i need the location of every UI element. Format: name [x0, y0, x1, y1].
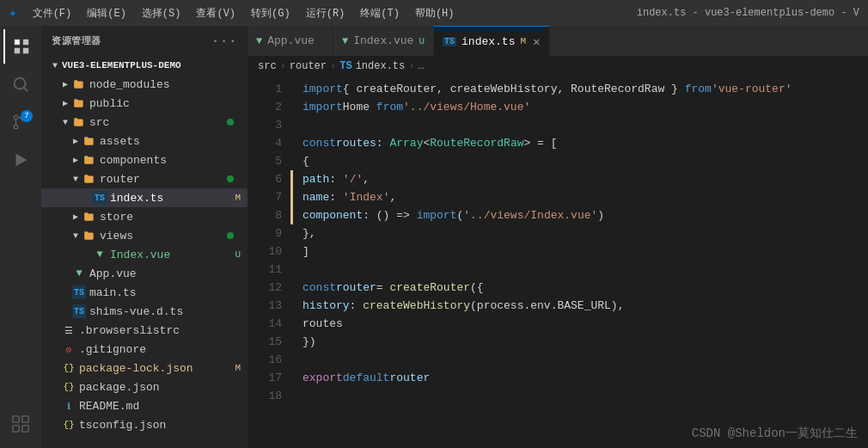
sidebar-item-public[interactable]: ▶ public: [41, 94, 248, 113]
tree-label-public: public: [89, 97, 241, 110]
sidebar-item-components[interactable]: ▶ components: [41, 150, 248, 169]
tab-bar: ▼App.vue▼Index.vueUTSindex.tsM✕: [248, 26, 868, 56]
folder-icon-public: [72, 96, 86, 110]
badge-Index.vue: U: [235, 249, 241, 260]
code-line-18: [303, 387, 868, 405]
line-number-2: 2: [248, 98, 282, 116]
tab-index-vue[interactable]: ▼Index.vueU: [333, 26, 434, 56]
sidebar-item-src[interactable]: ▼ src: [41, 113, 248, 132]
sidebar: 资源管理器 ··· ▼VUE3-ELEMENTPLUS-DEMO▶ node_m…: [41, 26, 248, 448]
menu-item-f[interactable]: 文件(F): [26, 4, 79, 22]
ts-icon-shims-vue.d.ts: TS: [72, 304, 86, 318]
menu-item-r[interactable]: 运行(R): [299, 4, 352, 22]
tab-type-icon-index-ts: TS: [443, 37, 456, 46]
sidebar-item-.browserslistrc[interactable]: ☰.browserslistrc: [41, 321, 248, 340]
sidebar-item-node_modules[interactable]: ▶ node_modules: [41, 75, 248, 94]
code-line-9: },: [303, 224, 868, 242]
extensions-activity-icon[interactable]: [3, 407, 38, 441]
sidebar-menu-icon[interactable]: ···: [211, 34, 237, 49]
tree-arrow-router: ▼: [69, 172, 83, 186]
sidebar-item-package.json[interactable]: {}package.json: [41, 377, 248, 396]
menu-item-v[interactable]: 查看(V): [189, 4, 242, 22]
tree-arrow-assets: ▶: [69, 134, 83, 148]
svg-rect-11: [22, 426, 28, 432]
sidebar-item-shims-vue.d.ts[interactable]: TSshims-vue.d.ts: [41, 302, 248, 321]
line-number-15: 15: [248, 333, 282, 351]
editor-area: ▼App.vue▼Index.vueUTSindex.tsM✕ src › ro…: [248, 26, 868, 448]
search-activity-icon[interactable]: [3, 67, 38, 101]
source-control-activity-icon[interactable]: 7: [3, 105, 38, 139]
code-line-3: [303, 116, 868, 134]
run-activity-icon[interactable]: [3, 143, 38, 177]
sidebar-item-store[interactable]: ▶ store: [41, 207, 248, 226]
code-line-5: {: [303, 152, 868, 170]
sidebar-item-main.ts[interactable]: TSmain.ts: [41, 283, 248, 302]
tree-arrow-store: ▶: [69, 210, 83, 224]
tree-arrow-src: ▼: [58, 115, 72, 129]
line-number-7: 7: [248, 188, 282, 206]
line-numbers: 123456789101112131415161718: [248, 77, 289, 448]
tree-label-views: views: [100, 230, 227, 242]
sidebar-item-tsconfig.json[interactable]: {}tsconfig.json: [41, 415, 248, 434]
sidebar-item-router[interactable]: ▼ router: [41, 169, 248, 188]
tab-label-index-ts: index.ts: [462, 35, 515, 48]
tab-badge-index-ts: M: [520, 36, 526, 46]
breadcrumb-src: src: [258, 60, 277, 72]
folder-icon-assets: [83, 134, 96, 148]
sidebar-item-App.vue[interactable]: ▼App.vue: [41, 264, 248, 283]
menu-item-s[interactable]: 选择(S): [135, 4, 188, 22]
tree-label-shims-vue.d.ts: shims-vue.d.ts: [89, 305, 241, 318]
file-icon-.browserslistrc: ☰: [62, 323, 76, 337]
code-editor[interactable]: 123456789101112131415161718 import { cre…: [248, 77, 868, 448]
code-line-10: ]: [303, 242, 868, 261]
tree-label-.browserslistrc: .browserslistrc: [79, 324, 241, 337]
tab-index-ts[interactable]: TSindex.tsM✕: [434, 26, 549, 56]
tab-badge-index-vue: U: [419, 36, 425, 46]
line-number-9: 9: [248, 224, 282, 242]
sidebar-item-.gitignore[interactable]: ⊙.gitignore: [41, 340, 248, 359]
explorer-activity-icon[interactable]: [3, 29, 38, 64]
svg-point-3: [14, 125, 18, 129]
tree-label-README.md: README.md: [79, 400, 241, 413]
code-content: import { createRouter, createWebHistory,…: [289, 77, 868, 448]
line-number-13: 13: [248, 297, 282, 315]
svg-marker-7: [16, 154, 28, 167]
svg-rect-10: [13, 426, 19, 432]
sidebar-item-index.ts[interactable]: TSindex.tsM: [41, 188, 248, 207]
menu-bar[interactable]: 文件(F)编辑(E)选择(S)查看(V)转到(G)运行(R)终端(T)帮助(H): [26, 4, 462, 22]
source-control-badge: 7: [21, 110, 33, 122]
line-number-14: 14: [248, 315, 282, 333]
sidebar-item-root[interactable]: ▼VUE3-ELEMENTPLUS-DEMO: [41, 56, 248, 75]
folder-icon-store: [83, 210, 96, 224]
tree-label-Index.vue: Index.vue: [110, 249, 235, 261]
code-line-1: import { createRouter, createWebHistory,…: [303, 80, 868, 98]
code-line-2: import Home from '../views/Home.vue': [303, 98, 868, 116]
tree-arrow-views: ▼: [69, 229, 83, 242]
tab-close-index-ts[interactable]: ✕: [533, 34, 540, 49]
sidebar-title: 资源管理器: [52, 34, 101, 47]
svg-rect-0: [15, 40, 20, 45]
tree-label-components: components: [100, 154, 241, 167]
menu-item-g[interactable]: 转到(G): [244, 4, 297, 22]
line-number-4: 4: [248, 134, 282, 152]
sidebar-item-assets[interactable]: ▶ assets: [41, 132, 248, 150]
sidebar-item-package-lock.json[interactable]: {}package-lock.jsonM: [41, 359, 248, 377]
tab-app-vue[interactable]: ▼App.vue: [248, 26, 333, 56]
code-line-4: const routes: Array<RouteRecordRaw> = [: [303, 134, 868, 152]
svg-rect-8: [13, 416, 19, 422]
menu-item-h[interactable]: 帮助(H): [408, 4, 462, 22]
svg-point-5: [14, 115, 18, 120]
breadcrumb-sep3: ›: [408, 60, 414, 72]
folder-icon-router: [83, 172, 96, 186]
sidebar-item-README.md[interactable]: ℹREADME.md: [41, 396, 248, 415]
tree-label-assets: assets: [100, 135, 241, 148]
git-icon-.gitignore: ⊙: [62, 342, 76, 356]
tree-label-.gitignore: .gitignore: [79, 343, 241, 356]
menu-item-e[interactable]: 编辑(E): [80, 4, 133, 22]
tab-label-index-vue: Index.vue: [353, 34, 413, 47]
svg-point-1: [15, 78, 26, 89]
menu-item-t[interactable]: 终端(T): [353, 4, 406, 22]
sidebar-item-Index.vue[interactable]: ▼Index.vueU: [41, 245, 248, 264]
sidebar-item-views[interactable]: ▼ views: [41, 226, 248, 245]
tree-label-node_modules: node_modules: [89, 78, 241, 91]
